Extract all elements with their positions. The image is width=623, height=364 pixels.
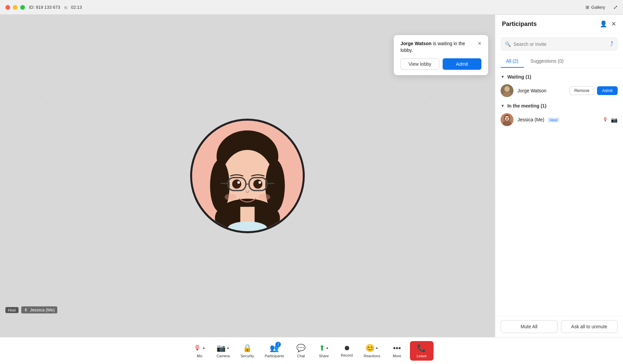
reactions-icon: 😊 — [365, 344, 375, 353]
traffic-lights — [5, 5, 25, 10]
host-tag: Host — [548, 118, 560, 122]
admit-button[interactable]: Admit — [597, 86, 618, 95]
gallery-label: Gallery — [591, 5, 605, 10]
participant-actions: Remove Admit — [569, 86, 618, 95]
search-input[interactable] — [513, 41, 605, 47]
search-bar: 🔍 ⤴ — [495, 33, 623, 55]
participant-name: Jorge Watson — [517, 88, 546, 93]
title-bar: ID: 919 133 673 ⎋ 02:13 ⊞ Gallery ⤢ — [0, 0, 623, 15]
camera-chevron-icon[interactable]: ▲ — [226, 346, 230, 350]
maximize-window-button[interactable] — [20, 5, 25, 10]
svg-point-22 — [505, 87, 509, 91]
mic-chevron-icon[interactable]: ▲ — [202, 346, 205, 350]
view-lobby-button[interactable]: View lobby — [400, 58, 439, 70]
in-meeting-chevron-icon: ▼ — [501, 103, 505, 108]
avatar — [501, 84, 513, 97]
panel-bottom: Mute All Ask all to unmute — [495, 316, 623, 337]
close-panel-icon[interactable]: ✕ — [611, 20, 616, 28]
record-toolbar-item[interactable]: ⏺ Record — [337, 341, 357, 360]
svg-point-18 — [259, 194, 270, 200]
security-icon: 🔒 — [243, 344, 252, 353]
security-toolbar-item[interactable]: 🔒 Security — [236, 341, 258, 361]
mic-muted-icon: 🎙 — [603, 117, 608, 123]
lobby-notification: Jorge Watson is waiting in the lobby. × … — [394, 35, 488, 75]
camera-toolbar-item[interactable]: 📷 ▲ Camera — [212, 341, 234, 361]
participant-video-circle — [190, 119, 305, 233]
in-meeting-section-header[interactable]: ▼ In the meeting (1) — [495, 100, 623, 111]
share-icon-area: ⬆ ▲ — [319, 344, 329, 353]
participants-panel: Participants 👤 ✕ 🔍 ⤴ All (2) Suggestions… — [495, 15, 623, 337]
close-window-button[interactable] — [5, 5, 10, 10]
participants-count-badge: 2 — [275, 342, 281, 347]
reactions-toolbar-item[interactable]: 😊 ▲ Reactions — [360, 341, 384, 361]
ask-unmute-button[interactable]: Ask all to unmute — [561, 320, 618, 333]
remove-button[interactable]: Remove — [569, 86, 595, 95]
leave-button[interactable]: 📞 Leave — [410, 341, 434, 361]
more-toolbar-item[interactable]: ••• More — [387, 341, 407, 361]
participants-toolbar-item[interactable]: 👥 2 Participants — [261, 341, 288, 361]
share-toolbar-item[interactable]: ⬆ ▲ Share — [314, 341, 334, 361]
participant-name: Jessica (Me) — [517, 117, 544, 122]
participants-icon-area: 👥 2 — [270, 344, 279, 353]
mic-label: Mic — [197, 354, 203, 358]
add-participant-icon[interactable]: 👤 — [600, 20, 607, 28]
meeting-id: ID: 919 133 673 — [29, 5, 60, 10]
participant-list: ▼ Waiting (1) Jorge Watson Remove — [495, 68, 623, 316]
camera-icon-area: 📷 ▲ — [216, 344, 230, 353]
gallery-button[interactable]: ⊞ Gallery — [583, 3, 608, 11]
video-muted-icon: 📷 — [611, 117, 618, 123]
share-label: Share — [319, 354, 329, 358]
waiting-section-title: Waiting (1) — [507, 74, 531, 80]
table-row: Jorge Watson Remove Admit — [495, 82, 623, 100]
more-label: More — [393, 354, 401, 358]
reactions-chevron-icon[interactable]: ▲ — [375, 346, 379, 350]
share-icon: ⬆ — [319, 344, 325, 353]
svg-point-13 — [232, 180, 241, 189]
host-badge: Host — [5, 307, 19, 313]
search-icon: 🔍 — [505, 41, 511, 47]
panel-header-icons: 👤 ✕ — [600, 20, 616, 28]
camera-label: Camera — [216, 354, 230, 358]
svg-point-14 — [253, 180, 262, 189]
notification-text: Jorge Watson is waiting in the lobby. — [400, 40, 478, 54]
camera-icon: 📷 — [216, 344, 226, 353]
expand-button[interactable]: ⤢ — [613, 4, 618, 10]
participants-label: Participants — [265, 354, 284, 358]
security-label: Security — [240, 354, 254, 358]
notification-close-button[interactable]: × — [478, 40, 481, 47]
invite-icon[interactable]: ⤴ — [610, 40, 613, 48]
share-id-icon[interactable]: ⎋ — [64, 5, 67, 10]
participant-avatar-container — [190, 119, 305, 233]
minimize-window-button[interactable] — [13, 5, 18, 10]
svg-rect-6 — [240, 207, 255, 223]
panel-tabs: All (2) Suggestions (0) — [495, 55, 623, 68]
jessica-avatar-image — [192, 121, 303, 231]
main-content: Jorge Watson is waiting in the lobby. × … — [0, 15, 623, 337]
share-chevron-icon[interactable]: ▲ — [326, 346, 329, 350]
in-meeting-section-title: In the meeting (1) — [507, 103, 546, 109]
search-input-wrap: 🔍 ⤴ — [501, 37, 618, 51]
video-area: Jorge Watson is waiting in the lobby. × … — [0, 15, 495, 337]
chat-toolbar-item[interactable]: 💬 Chat — [291, 341, 311, 361]
mic-icon: 🎙 — [194, 344, 201, 353]
waiting-person-name: Jorge Watson — [400, 41, 432, 46]
avatar — [501, 113, 513, 126]
more-icon: ••• — [393, 344, 401, 353]
panel-header: Participants 👤 ✕ — [495, 15, 623, 33]
host-label-bar: Host 🎙 Jessica (Me) — [5, 306, 57, 313]
muted-mic-indicator: 🎙 — [24, 308, 28, 312]
mute-all-button[interactable]: Mute All — [501, 320, 558, 333]
waiting-section-header[interactable]: ▼ Waiting (1) — [495, 71, 623, 82]
table-row: Jessica (Me) Host 🎙 📷 — [495, 111, 623, 129]
gallery-grid-icon: ⊞ — [586, 5, 589, 10]
tab-suggestions[interactable]: Suggestions (0) — [525, 55, 569, 68]
waiting-chevron-icon: ▼ — [501, 74, 505, 79]
mic-toolbar-item[interactable]: 🎙 ▲ Mic — [189, 341, 210, 361]
chat-icon: 💬 — [296, 344, 305, 353]
participant-name-wrap: Jorge Watson — [517, 88, 565, 94]
admit-lobby-button[interactable]: Admit — [443, 58, 481, 70]
svg-point-16 — [259, 181, 261, 184]
mic-icon-area: 🎙 ▲ — [194, 344, 205, 353]
tab-all[interactable]: All (2) — [501, 55, 524, 68]
leave-icon: 📞 — [417, 344, 426, 353]
